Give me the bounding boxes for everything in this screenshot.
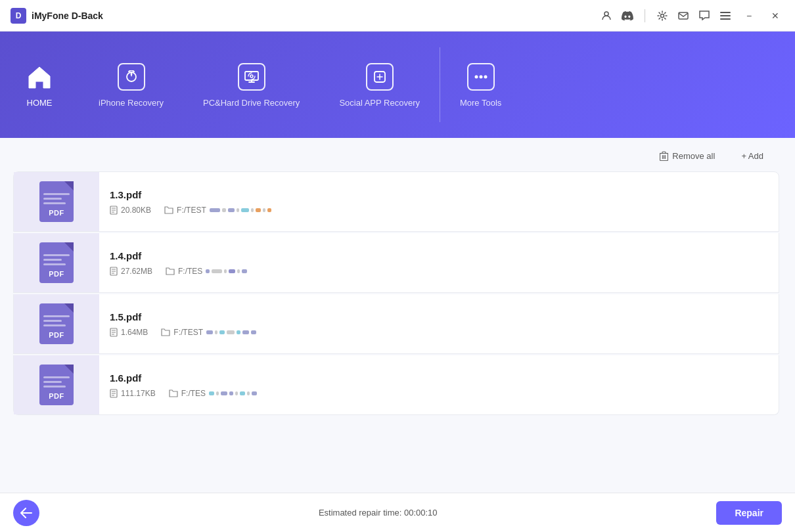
file-meta: 1.64MB F:/TEST	[110, 328, 768, 337]
file-icon-wrap: PDF	[14, 172, 99, 231]
file-item: PDF 1.4.pdf 27.62MB F:/TES	[13, 233, 779, 293]
menu-icon[interactable]	[719, 9, 732, 22]
pdf-icon: PDF	[39, 303, 74, 344]
toolbar: Remove all + Add	[13, 148, 782, 164]
nav-bar: HOME iPhone Recovery	[0, 32, 795, 138]
iphone-recovery-icon	[117, 62, 146, 91]
file-name: 1.3.pdf	[110, 189, 768, 200]
mail-icon[interactable]	[677, 9, 690, 22]
svg-point-1	[661, 14, 664, 17]
pdf-icon: PDF	[39, 181, 74, 222]
file-meta: 111.17KB F:/TES	[110, 389, 768, 398]
file-path: F:/TES	[166, 267, 247, 276]
file-path: F:/TEST	[164, 206, 271, 215]
file-meta: 20.80KB F:/TEST	[110, 206, 768, 215]
file-item: PDF 1.3.pdf 20.80KB F:/TEST	[13, 171, 779, 232]
file-list: PDF 1.3.pdf 20.80KB F:/TEST	[13, 171, 782, 476]
nav-social-recovery[interactable]: Social APP Recovery	[319, 32, 440, 138]
file-size: 111.17KB	[110, 389, 156, 398]
file-name: 1.6.pdf	[110, 372, 768, 384]
file-icon-wrap: PDF	[14, 233, 99, 292]
file-info: 1.6.pdf 111.17KB F:/TES	[99, 363, 779, 407]
nav-iphone-recovery[interactable]: iPhone Recovery	[79, 32, 183, 138]
pdf-label: PDF	[49, 270, 64, 278]
file-meta: 27.62MB F:/TES	[110, 267, 768, 276]
blurred-path-1	[210, 208, 271, 212]
file-item: PDF 1.6.pdf 111.17KB F:/TES	[13, 355, 779, 415]
file-info: 1.3.pdf 20.80KB F:/TEST	[99, 180, 779, 224]
home-icon	[25, 62, 54, 91]
blurred-path-2	[206, 269, 247, 273]
pdf-label: PDF	[49, 392, 64, 400]
back-button[interactable]	[13, 500, 39, 526]
file-path: F:/TES	[169, 389, 257, 398]
repair-button[interactable]: Repair	[716, 501, 782, 525]
social-recovery-icon	[365, 62, 394, 91]
svg-rect-2	[679, 12, 688, 19]
title-bar-left: D iMyFone D-Back	[11, 8, 103, 24]
chat-icon[interactable]	[698, 9, 711, 22]
title-bar-right: − ✕	[600, 7, 784, 25]
file-path: F:/TEST	[161, 328, 256, 337]
nav-pc-label: PC&Hard Drive Recovery	[203, 98, 300, 108]
svg-point-8	[250, 75, 253, 78]
nav-iphone-label: iPhone Recovery	[99, 98, 164, 108]
svg-rect-3	[720, 12, 731, 13]
divider	[645, 9, 645, 22]
nav-pc-recovery[interactable]: PC&Hard Drive Recovery	[183, 32, 319, 138]
pdf-label: PDF	[49, 331, 64, 339]
settings-icon[interactable]	[656, 9, 669, 22]
file-icon-wrap: PDF	[14, 294, 99, 353]
estimated-time: Estimated repair time: 00:00:10	[319, 508, 438, 518]
pdf-icon: PDF	[39, 365, 74, 405]
svg-rect-4	[720, 15, 731, 16]
app-title: iMyFone D-Back	[32, 11, 103, 21]
file-info: 1.4.pdf 27.62MB F:/TES	[99, 241, 779, 285]
file-name: 1.4.pdf	[110, 250, 768, 261]
file-icon-wrap: PDF	[14, 355, 99, 414]
nav-more-label: More Tools	[460, 98, 501, 108]
pc-recovery-icon	[237, 62, 266, 91]
bottom-bar: Estimated repair time: 00:00:10 Repair	[0, 493, 795, 532]
remove-all-button[interactable]: Remove all	[654, 148, 720, 164]
file-size: 1.64MB	[110, 328, 148, 337]
svg-point-12	[484, 75, 487, 78]
add-button[interactable]: + Add	[736, 148, 769, 164]
file-name: 1.5.pdf	[110, 311, 768, 322]
file-info: 1.5.pdf 1.64MB F:/TEST	[99, 302, 779, 346]
nav-home[interactable]: HOME	[0, 32, 79, 138]
svg-point-10	[474, 75, 478, 78]
blurred-path-4	[209, 391, 257, 395]
app-logo: D	[11, 8, 26, 24]
discord-icon[interactable]	[621, 9, 634, 22]
nav-home-label: HOME	[27, 98, 53, 108]
nav-social-label: Social APP Recovery	[339, 98, 420, 108]
blurred-path-3	[206, 330, 256, 334]
close-button[interactable]: ✕	[766, 7, 784, 25]
svg-point-11	[479, 75, 482, 78]
pdf-label: PDF	[49, 209, 64, 217]
svg-rect-5	[720, 18, 731, 20]
file-size: 20.80KB	[110, 206, 151, 215]
more-tools-icon	[466, 62, 495, 91]
pdf-icon: PDF	[39, 242, 74, 283]
person-icon[interactable]	[600, 9, 613, 22]
minimize-button[interactable]: −	[740, 7, 758, 25]
content-area: Remove all + Add PDF 1.3.pdf	[0, 138, 795, 493]
file-item: PDF 1.5.pdf 1.64MB F:/TEST	[13, 294, 779, 354]
nav-more-tools[interactable]: More Tools	[440, 32, 521, 138]
title-bar: D iMyFone D-Back	[0, 0, 795, 32]
svg-point-0	[604, 12, 608, 16]
file-size: 27.62MB	[110, 267, 152, 276]
